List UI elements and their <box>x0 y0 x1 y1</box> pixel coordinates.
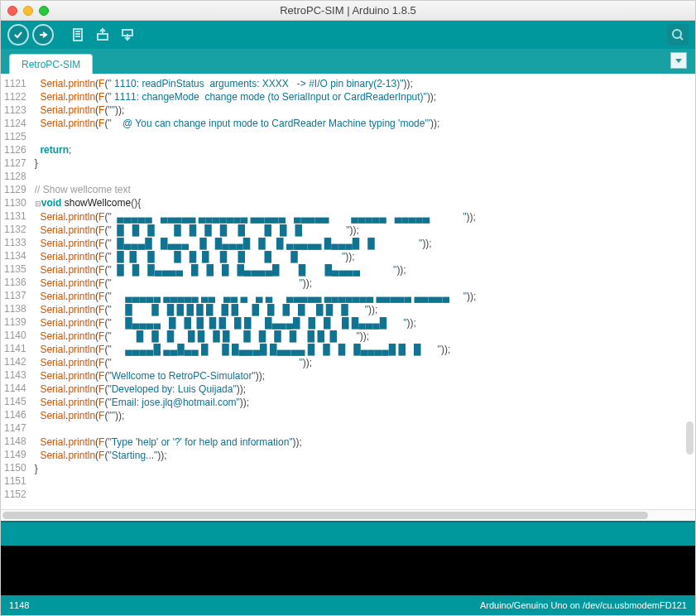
scrollbar-thumb[interactable] <box>2 512 648 519</box>
titlebar: RetroPC-SIM | Arduino 1.8.5 <box>1 1 695 21</box>
close-icon[interactable] <box>7 6 17 16</box>
code-line[interactable]: Serial.println(F("Starting...")); <box>31 449 695 462</box>
line-gutter: 1121112211231124112511261127112811291130… <box>1 74 31 509</box>
code-line[interactable]: ⊟void showWellcome(){ <box>31 196 695 210</box>
code-line[interactable]: Serial.println(F(" ")); <box>31 277 695 290</box>
code-line[interactable]: Serial.println(F(" ▄▄▄▄█ ▄▄█▄▄ █ █ █▄▄▄█… <box>31 343 695 356</box>
code-line[interactable] <box>31 170 695 183</box>
tab-menu-button[interactable] <box>670 52 687 69</box>
code-line[interactable]: Serial.println(F(" █ █ █ █ █ █ █ █ █ █ █… <box>31 224 695 237</box>
code-line[interactable]: Serial.println(F("Type 'help' or '?' for… <box>31 436 695 449</box>
code-editor[interactable]: 1121112211231124112511261127112811291130… <box>1 74 695 509</box>
message-bar <box>1 521 695 546</box>
code-line[interactable]: Serial.println(F(" █ █ █ █ █ █ █ █ █ █ █… <box>31 330 695 343</box>
svg-point-7 <box>673 30 681 38</box>
status-bar: 1148 Arduino/Genuino Uno on /dev/cu.usbm… <box>1 595 695 615</box>
code-line[interactable]: Serial.println(F(" @ You can change inpu… <box>31 117 695 130</box>
code-line[interactable]: Serial.println(F("")); <box>31 409 695 422</box>
code-line[interactable]: Serial.println(F(" ▄▄▄▄▄ ▄▄▄▄▄ ▄▄▄▄▄▄▄ ▄… <box>31 210 695 224</box>
code-line[interactable]: return; <box>31 143 695 156</box>
tab-bar: RetroPC-SIM <box>1 49 695 74</box>
minimize-icon[interactable] <box>23 6 33 16</box>
verify-button[interactable] <box>7 24 29 46</box>
code-line[interactable] <box>31 475 695 488</box>
code-line[interactable]: Serial.println(F(" ▄▄▄▄▄ ▄▄▄▄▄ ▄▄ ▄▄ ▄ ▄… <box>31 290 695 303</box>
code-line[interactable]: Serial.println(F(" 1110: readPinStatus a… <box>31 77 695 90</box>
code-line[interactable]: Serial.println(F(" █▄▄▄█ █▄▄▄ █ █▄▄▄█ █ … <box>31 237 695 250</box>
code-line[interactable] <box>31 130 695 143</box>
window-title: RetroPC-SIM | Arduino 1.8.5 <box>1 4 695 17</box>
window-controls <box>7 6 49 16</box>
vertical-scrollbar[interactable] <box>686 421 694 455</box>
app-window: RetroPC-SIM | Arduino 1.8.5 RetroPC-SIM … <box>0 0 696 616</box>
code-line[interactable]: Serial.println(F(" █ █ █ █ █ █ █ █ █ █ █… <box>31 303 695 316</box>
svg-line-8 <box>680 37 683 40</box>
code-line[interactable]: // Show wellcome text <box>31 183 695 196</box>
code-line[interactable]: Serial.println(F("Developed by: Luis Qui… <box>31 383 695 396</box>
status-board: Arduino/Genuino Uno on /dev/cu.usbmodemF… <box>480 600 687 610</box>
code-line[interactable] <box>31 488 695 502</box>
horizontal-scrollbar[interactable] <box>1 509 695 521</box>
code-area[interactable]: Serial.println(F(" 1110: readPinStatus a… <box>31 74 695 509</box>
code-line[interactable]: } <box>31 156 695 170</box>
status-line: 1148 <box>9 600 29 610</box>
save-button[interactable] <box>117 24 138 46</box>
new-button[interactable] <box>67 24 89 46</box>
open-button[interactable] <box>92 24 113 46</box>
code-line[interactable]: Serial.println(F(" 1111: changeMode chan… <box>31 90 695 103</box>
code-line[interactable] <box>31 422 695 436</box>
tab-sketch[interactable]: RetroPC-SIM <box>9 54 93 74</box>
code-line[interactable]: Serial.println(F("Wellcome to RetroPC-Si… <box>31 369 695 383</box>
upload-button[interactable] <box>32 24 54 46</box>
code-line[interactable]: Serial.println(F(" █ █ █ █ █ █ █ █ █ █ "… <box>31 250 695 263</box>
svg-marker-9 <box>675 59 682 63</box>
svg-rect-5 <box>98 34 108 40</box>
code-line[interactable]: Serial.println(F(" █ █ █▄▄▄▄ █ █ █ █▄▄▄▄… <box>31 263 695 277</box>
code-line[interactable]: Serial.println(F("Email: jose.jlq@hotmai… <box>31 396 695 409</box>
code-line[interactable]: Serial.println(F("")); <box>31 103 695 117</box>
code-line[interactable]: Serial.println(F(" ")); <box>31 356 695 369</box>
console-output[interactable] <box>1 546 695 595</box>
code-line[interactable]: Serial.println(F(" █▄▄▄▄ █ █ █ █ █ █ █ █… <box>31 316 695 330</box>
toolbar <box>1 21 695 49</box>
code-line[interactable]: } <box>31 462 695 475</box>
serial-monitor-button[interactable] <box>667 24 689 46</box>
zoom-icon[interactable] <box>39 6 49 16</box>
